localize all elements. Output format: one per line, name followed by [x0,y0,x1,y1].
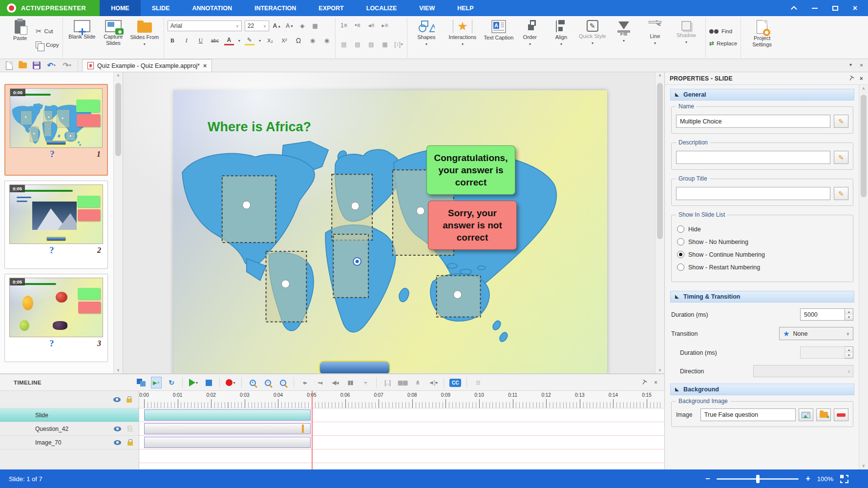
radio-show-restart-numbering[interactable]: Show - Restart Numbering [677,264,847,271]
question-track-bar[interactable] [144,423,311,434]
closed-caption-button[interactable]: CC [449,379,461,387]
background-image-select[interactable]: True False question [700,408,796,421]
edit-name-button[interactable]: ✎ [834,115,848,128]
scroll-up-icon[interactable]: ∧ [658,73,661,78]
general-section-header[interactable]: General [670,89,854,101]
insert-symbol-button[interactable]: Ω [294,36,303,45]
slide-thumbnail-1[interactable]: 0:05 ? 1 [4,84,108,176]
close-all-documents-icon[interactable]: × [860,62,863,69]
scroll-up-icon[interactable]: ∧ [117,73,120,78]
text-caption-button[interactable]: A Text Caption [483,19,514,41]
track-header-slide[interactable]: Slide [0,408,139,422]
spin-up-icon[interactable]: ▲ [845,309,853,315]
close-document-icon[interactable]: × [203,62,207,69]
track-row-image[interactable]: Image_70 [0,436,664,449]
crop-icon[interactable]: ⫟ [360,377,371,388]
line-button[interactable]: ✎ Line ▾ [639,19,671,45]
frames-icon[interactable]: ▦▦ [397,377,408,388]
scroll-down-icon[interactable]: ∨ [658,368,661,372]
increase-indent-icon[interactable]: ▸≡ [380,20,390,30]
slide-title-text[interactable]: Where is Africa? [208,120,311,135]
stop-button[interactable] [203,377,214,388]
interactions-button[interactable]: ★ Interactions ▾ [442,19,483,46]
character-spacing-icon[interactable]: ◉ [308,36,318,45]
pin-panel-icon[interactable]: ⊤ [847,74,855,83]
menu-tab-interaction[interactable]: INTERACTION [243,0,307,16]
shrink-font-button[interactable]: A▼ [285,21,295,31]
remove-image-button[interactable] [834,408,848,421]
zoom-out-button[interactable]: − [705,474,710,483]
correct-feedback-caption[interactable]: Congratulations, your answer is correct [426,145,515,195]
timing-transition-section-header[interactable]: Timing & Transition [670,291,854,303]
menu-tab-localize[interactable]: LOCALIZE [355,0,408,16]
slide-thumbnail-3[interactable]: 0:05 ? 3 [4,274,108,362]
unlock-icon[interactable] [127,428,133,432]
maximize-icon[interactable] [832,6,838,11]
slide-thumbnail-2[interactable]: 0:05 ? 2 [4,181,108,269]
text-box-style-icon[interactable]: ▦ [310,21,320,31]
delete-time-icon[interactable]: ▪◂ [315,377,325,388]
underline-button[interactable]: U [196,36,206,45]
play-button[interactable]: ▾ [188,377,199,388]
choose-image-button[interactable] [799,408,813,421]
menu-tab-export[interactable]: EXPORT [307,0,355,16]
font-color-dropdown-icon[interactable]: ▾ [238,39,240,43]
radio-show-continue-numbering[interactable]: Show - Continue Numbering [677,251,847,258]
spin-down-icon[interactable]: ▼ [845,315,853,321]
redo-button[interactable]: ↷▾ [62,61,72,70]
slide-editing-area[interactable]: Where is Africa? Congratulations, your a… [173,90,607,373]
duration-stepper[interactable]: 5000 ▲▼ [800,308,853,321]
properties-scrollbar[interactable]: ∧ ∨ [859,85,868,469]
blank-slide-button[interactable]: Blank Slide [66,19,98,40]
slide-track-bar[interactable] [144,409,311,421]
track-row-question[interactable]: Question_42 [0,422,664,436]
snap-settings-icon[interactable]: ⁝⁝⁝ [472,377,483,388]
slides-from-button[interactable]: Slides From ▾ [129,19,160,46]
menu-tab-help[interactable]: HELP [446,0,485,16]
change-case-icon[interactable]: ◉ [322,36,332,45]
shadow-button[interactable]: Shadow ▾ [671,19,702,44]
pan-timeline-icon[interactable]: ▶⊦ [151,377,162,388]
fill-button[interactable]: Fill ▾ [608,19,639,43]
highlight-color-button[interactable]: ✎ [245,36,254,45]
thumbnails-scrollbar[interactable]: ∧ ∨ [113,72,123,373]
zoom-out-icon[interactable]: − [262,377,273,388]
submit-button[interactable] [319,361,390,373]
highlight-dropdown-icon[interactable]: ▾ [259,39,261,43]
transition-select[interactable]: ★ None ∨ [779,327,853,340]
edit-description-button[interactable]: ✎ [834,151,848,164]
strikethrough-button[interactable]: abc [210,36,220,45]
select-range-icon[interactable]: [‥] [382,377,393,388]
scroll-down-icon[interactable]: ∨ [117,368,120,372]
image-track-bar[interactable] [144,437,311,448]
menu-tab-slide[interactable]: SLIDE [141,0,181,16]
visibility-icon[interactable] [114,440,121,445]
clear-formatting-icon[interactable]: ◈ [297,21,307,31]
radio-show-no-numbering[interactable]: Show - No Numbering [677,238,847,245]
bold-button[interactable]: B [168,36,177,45]
shapes-button[interactable]: Shapes ▾ [411,19,442,46]
cut-button[interactable]: ✂ Cut [36,27,59,36]
justify-icon[interactable]: ▦ [380,40,390,49]
close-timeline-icon[interactable]: × [654,379,657,386]
insert-time-icon[interactable]: ▪▸ [299,377,310,388]
group-title-field[interactable] [676,187,830,200]
font-size-select[interactable]: 22 ∨ [245,20,269,31]
zoom-slider-handle[interactable] [756,475,760,483]
superscript-button[interactable]: X² [279,36,289,45]
edit-group-title-button[interactable]: ✎ [834,187,848,200]
split-icon[interactable]: ◀◂ [330,377,340,388]
align-right-icon[interactable]: ▤ [366,40,376,49]
numbered-list-icon[interactable]: 1≡ [339,20,349,30]
menu-tab-annotation[interactable]: ANNOTATION [181,0,243,16]
timeline-ruler[interactable]: 0:000:010:020:030:040:050:060:070:080:09… [0,391,664,408]
pin-panel-icon[interactable]: ⊤ [639,378,648,386]
line-spacing-icon[interactable]: [↕]▾ [394,40,403,49]
background-section-header[interactable]: Background [670,384,854,395]
undo-button[interactable]: ↶▾ [46,61,56,70]
replace-button[interactable]: ⇄ Replace [709,40,737,47]
name-field[interactable] [676,115,830,128]
all-slides-view-icon[interactable] [136,377,147,388]
collapse-ribbon-icon[interactable] [791,6,797,12]
close-panel-icon[interactable]: × [860,75,863,82]
